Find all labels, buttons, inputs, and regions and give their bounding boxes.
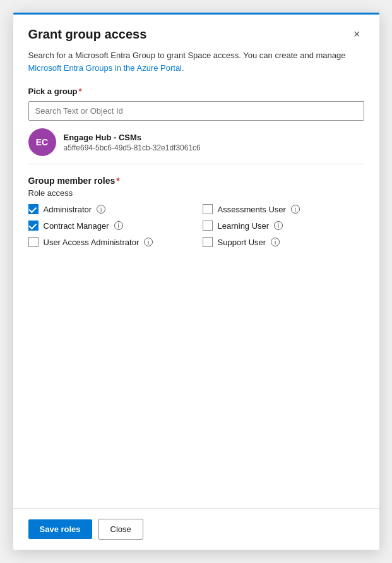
role-label-contract-manager: Contract Manager (44, 221, 109, 231)
azure-portal-link[interactable]: Microsoft Entra Groups in the Azure Port… (28, 63, 184, 73)
checkbox-contract-manager[interactable] (28, 221, 39, 231)
selected-group-item: EC Engage Hub - CSMs a5ffe694-5bc6-49d5-… (28, 121, 364, 164)
modal-header: Grant group access × (13, 15, 379, 49)
role-access-label: Role access (28, 188, 364, 198)
modal-body: Search for a Microsoft Entra Group to gr… (13, 49, 379, 508)
role-item-contract-manager: Contract Manageri (28, 221, 190, 231)
role-item-assessments-user: Assessments Useri (203, 204, 364, 214)
info-icon-learning-user: i (274, 221, 283, 230)
search-input[interactable] (28, 101, 364, 121)
info-icon-assessments-user: i (291, 205, 300, 214)
checkbox-administrator[interactable] (28, 204, 39, 214)
role-item-user-access-admin: User Access Administratori (28, 237, 190, 247)
role-label-learning-user: Learning User (218, 221, 270, 231)
role-item-administrator: Administratori (28, 204, 190, 214)
checkbox-user-access-admin[interactable] (28, 237, 39, 247)
role-label-support-user: Support User (218, 238, 266, 247)
roles-section: Group member roles* Role access Administ… (28, 176, 364, 247)
roles-grid: AdministratoriAssessments UseriContract … (28, 204, 364, 247)
info-icon-user-access-admin: i (144, 238, 153, 246)
group-id: a5ffe694-5bc6-49d5-81cb-32e1df3061c6 (64, 143, 201, 152)
role-item-learning-user: Learning Useri (203, 221, 364, 231)
info-icon-administrator: i (97, 205, 105, 214)
grant-group-access-modal: Grant group access × Search for a Micros… (13, 13, 379, 550)
description-text: Search for a Microsoft Entra Group to gr… (28, 49, 364, 74)
info-icon-contract-manager: i (114, 221, 123, 230)
checkbox-support-user[interactable] (203, 237, 213, 247)
role-item-support-user: Support Useri (203, 237, 364, 247)
modal-footer: Save roles Close (13, 508, 379, 550)
save-roles-button[interactable]: Save roles (28, 519, 92, 539)
group-avatar: EC (28, 128, 56, 156)
group-info: Engage Hub - CSMs a5ffe694-5bc6-49d5-81c… (64, 133, 201, 152)
role-label-administrator: Administrator (44, 205, 92, 214)
close-button[interactable]: Close (98, 519, 143, 540)
checkbox-assessments-user[interactable] (203, 204, 213, 214)
close-icon-button[interactable]: × (350, 27, 364, 41)
checkbox-learning-user[interactable] (203, 221, 213, 231)
group-name: Engage Hub - CSMs (64, 133, 201, 142)
modal-title: Grant group access (28, 27, 147, 42)
info-icon-support-user: i (271, 238, 280, 246)
role-label-user-access-admin: User Access Administrator (44, 238, 140, 247)
role-label-assessments-user: Assessments User (218, 205, 286, 214)
roles-title: Group member roles* (28, 176, 364, 186)
pick-group-label: Pick a group* (28, 87, 364, 96)
